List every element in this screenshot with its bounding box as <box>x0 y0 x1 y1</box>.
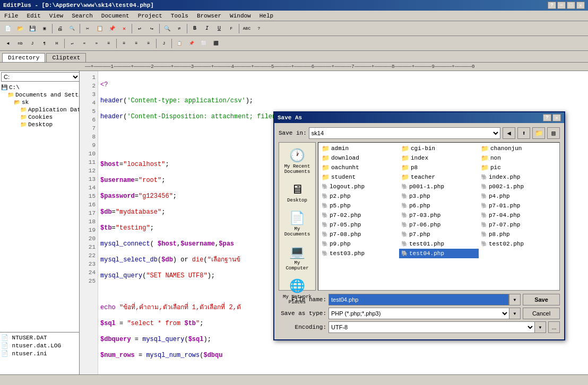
browser-item[interactable]: 📁pic <box>479 163 558 172</box>
browser-item[interactable]: 🐘p002-1.php <box>479 182 558 191</box>
tree-item-appdata[interactable]: 📁 Application Data <box>1 106 78 113</box>
cut-btn[interactable]: ✂ <box>82 23 93 34</box>
browser-item[interactable]: 📁admin <box>319 144 399 153</box>
nav-new-folder-btn[interactable]: 📁 <box>532 127 545 139</box>
menu-help[interactable]: Help <box>257 12 275 20</box>
menu-browser[interactable]: Browser <box>195 12 223 20</box>
tb2-J2[interactable]: J <box>158 38 170 49</box>
browser-item[interactable]: 🐘p6.php <box>399 201 479 211</box>
undo-btn[interactable]: ↩ <box>134 23 145 34</box>
browser-item[interactable]: 🐘p7-04.php <box>479 211 558 220</box>
browser-item[interactable]: 🐘test01.php <box>399 239 479 249</box>
menu-project[interactable]: Project <box>136 12 165 20</box>
browser-item[interactable]: 📁cgi-bin <box>399 144 479 153</box>
tb2-btn7[interactable]: « <box>79 38 90 49</box>
tb2-align-left[interactable]: ≡ <box>118 38 130 49</box>
italic-btn[interactable]: I <box>201 23 213 34</box>
browser-item[interactable]: 🐘p5.php <box>319 201 399 211</box>
browser-item[interactable]: 🐘p7-01.php <box>479 201 558 211</box>
browser-item[interactable]: 🐘p7-07.php <box>479 220 558 230</box>
tb2-btn6[interactable]: ↵ <box>66 38 78 49</box>
help-btn[interactable]: ? <box>548 2 556 9</box>
encoding-extra-btn[interactable]: ... <box>548 321 560 333</box>
browser-item[interactable]: 🐘p9.php <box>319 239 399 249</box>
find-btn[interactable]: 🔍 <box>161 23 173 34</box>
file-item-ntuser-log[interactable]: 📄 ntuser.dat.LOG <box>1 342 78 349</box>
browser-item[interactable]: 📁p8 <box>399 163 479 172</box>
browser-item-selected[interactable]: 🐘test04.php <box>399 249 479 258</box>
browser-item[interactable]: 🐘p7-06.php <box>399 220 479 230</box>
browser-item[interactable]: 🐘p001-1.php <box>399 182 479 191</box>
savetype-dropdown[interactable]: ▼ <box>509 308 521 319</box>
tab-cliptext[interactable]: Cliptext <box>46 53 86 62</box>
encoding-dropdown[interactable]: ▼ <box>534 321 546 333</box>
save-btn[interactable]: 💾 <box>27 23 38 34</box>
browser-item[interactable]: 🐘p7-02.php <box>319 211 399 220</box>
browser-item[interactable]: 📁student <box>319 172 399 182</box>
nav-desktop[interactable]: 🖥 Desktop <box>281 179 313 205</box>
browser-item[interactable]: 🐘p8.php <box>479 230 558 239</box>
delete-btn[interactable]: ✕ <box>118 23 130 34</box>
tb2-btn5[interactable]: H <box>51 38 63 49</box>
nav-mydocs[interactable]: 📄 My Documents <box>281 207 313 239</box>
browser-item[interactable]: 📁oachunht <box>319 163 399 172</box>
file-item-ntuser-ini[interactable]: 📄 ntuser.ini <box>1 349 78 357</box>
tb2-btn1[interactable]: ◀ <box>2 38 14 49</box>
browser-item[interactable]: 🐘p7-05.php <box>319 220 399 230</box>
save-button[interactable]: Save <box>523 294 560 305</box>
browser-item[interactable]: 🐘test03.php <box>319 249 399 258</box>
tb2-btn8[interactable]: » <box>91 38 102 49</box>
tab-directory[interactable]: Directory <box>2 53 45 62</box>
browser-item[interactable]: 🐘p3.php <box>399 191 479 201</box>
dialog-close-btn[interactable]: ✕ <box>552 114 561 121</box>
close-btn[interactable]: ✕ <box>576 2 585 9</box>
menu-file[interactable]: File <box>2 12 20 20</box>
menu-view[interactable]: View <box>47 12 65 20</box>
minimize-btn[interactable]: — <box>557 2 566 9</box>
font-btn[interactable]: F <box>226 23 237 34</box>
browser-item[interactable]: 🐘p7-08.php <box>319 230 399 239</box>
tb2-align-right[interactable]: ≡ <box>143 38 154 49</box>
preview-btn[interactable]: 🔍 <box>66 23 78 34</box>
file-item-ntuser[interactable]: 📄 NTUSER.DAT <box>1 334 78 342</box>
bold-btn[interactable]: B <box>189 23 201 34</box>
browser-item[interactable]: 📁download <box>319 153 399 163</box>
savetype-select[interactable]: PHP (*.php;*.php3) <box>328 308 509 319</box>
dialog-help-btn[interactable]: ? <box>543 114 551 121</box>
spell-btn[interactable]: ABC <box>241 23 253 34</box>
paste-btn[interactable]: 📌 <box>106 23 118 34</box>
tree-item-cookies[interactable]: 📁 Cookies <box>1 113 78 121</box>
menu-search[interactable]: Search <box>70 12 95 20</box>
browser-item[interactable]: 📁teacher <box>399 172 479 182</box>
nav-view-btn[interactable]: ▤ <box>547 127 560 139</box>
browser-item[interactable]: 🐘p4.php <box>479 191 558 201</box>
tb2-extra1[interactable]: ⬜ <box>198 38 210 49</box>
tree-item-docs[interactable]: 📁 Documents and Setti <box>1 91 78 99</box>
nav-recent[interactable]: 🕐 My Recent Documents <box>281 145 313 177</box>
replace-btn[interactable]: ⇄ <box>174 23 185 34</box>
menu-window[interactable]: Window <box>228 12 253 20</box>
tree-item-desktop[interactable]: 📁 Desktop <box>1 121 78 128</box>
filename-dropdown[interactable]: ▼ <box>509 294 521 305</box>
browser-item[interactable]: 🐘logout.php <box>319 182 399 191</box>
redo-btn[interactable]: ↪ <box>146 23 158 34</box>
tb2-copy2[interactable]: 📋 <box>174 38 185 49</box>
tb2-btn9[interactable]: ≡ <box>103 38 115 49</box>
menu-edit[interactable]: Edit <box>24 12 42 20</box>
tb2-extra2[interactable]: ⬛ <box>210 38 222 49</box>
save-all-btn[interactable]: ▣ <box>39 23 50 34</box>
browser-item[interactable]: 🐘index.php <box>479 172 558 182</box>
new-btn[interactable]: 📄 <box>2 23 14 34</box>
tree-item-sk[interactable]: 📂 sk <box>1 99 78 106</box>
underline-btn[interactable]: U <box>213 23 225 34</box>
open-btn[interactable]: 📂 <box>14 23 26 34</box>
nav-mycomputer[interactable]: 💻 My Computer <box>281 241 313 273</box>
browser-item[interactable]: 📁index <box>399 153 479 163</box>
menu-document[interactable]: Document <box>99 12 132 20</box>
maximize-btn[interactable]: □ <box>567 2 575 9</box>
browser-item[interactable]: 📁non <box>479 153 558 163</box>
tb2-btn4[interactable]: ¶ <box>39 38 50 49</box>
nav-up-btn[interactable]: ⬆ <box>517 127 530 139</box>
savein-select[interactable]: sk14 <box>309 127 500 139</box>
copy-btn[interactable]: 📋 <box>94 23 106 34</box>
